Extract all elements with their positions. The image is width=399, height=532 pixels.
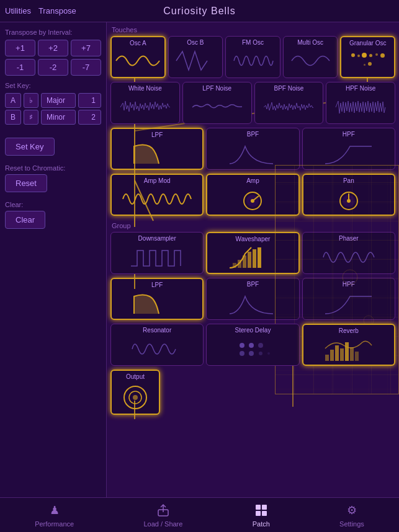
performance-icon: ♟ xyxy=(47,502,63,518)
interval-plus1[interactable]: +1 xyxy=(5,40,35,56)
module-granular-osc[interactable]: Granular Osc xyxy=(340,36,395,78)
module-lpf-noise[interactable]: LPF Noise xyxy=(182,82,252,124)
output-visual xyxy=(114,381,156,411)
nav-settings[interactable]: ⚙ Settings xyxy=(339,502,364,528)
key-row-2: B ♯ Minor 2 xyxy=(5,110,101,125)
module-amp-mod[interactable]: Amp Mod xyxy=(110,174,204,216)
svg-rect-49 xyxy=(262,511,267,516)
fm-osc-visual xyxy=(228,47,277,75)
svg-point-33 xyxy=(267,352,270,355)
effects-row: Resonator Stereo Delay xyxy=(107,322,399,368)
module-bpf-1[interactable]: BPF xyxy=(206,128,299,170)
hpf-1-label: HPF xyxy=(343,131,355,138)
lpf-1-visual xyxy=(114,140,200,166)
settings-label: Settings xyxy=(339,520,364,528)
svg-point-29 xyxy=(258,343,263,348)
touches-row-2: White Noise LPF Noise BPF Noise xyxy=(107,81,399,126)
svg-rect-18 xyxy=(233,263,236,268)
stereo-delay-label: Stereo Delay xyxy=(235,327,271,334)
touches-row-1: Osc A Osc B FM Osc xyxy=(107,35,399,81)
output-label: Output xyxy=(126,373,145,380)
osc-a-label: Osc A xyxy=(130,40,146,47)
hpf-1-visual xyxy=(305,139,392,167)
header-nav-left[interactable]: Utilities Transpose xyxy=(5,6,76,16)
amp-label: Amp xyxy=(246,177,259,184)
interval-minus1[interactable]: -1 xyxy=(5,59,35,76)
utilities-link[interactable]: Utilities xyxy=(5,6,31,16)
module-white-noise[interactable]: White Noise xyxy=(110,82,180,124)
module-stereo-delay[interactable]: Stereo Delay xyxy=(206,324,299,366)
osc-b-label: Osc B xyxy=(187,39,204,46)
svg-rect-38 xyxy=(345,342,349,361)
key-num-1[interactable]: 1 xyxy=(78,93,101,108)
module-osc-a[interactable]: Osc A xyxy=(110,36,166,78)
module-output[interactable]: Output xyxy=(110,370,160,415)
module-hpf-noise[interactable]: HPF Noise xyxy=(326,82,395,124)
key-scale-minor[interactable]: Minor xyxy=(41,110,76,125)
bpf-2-label: BPF xyxy=(247,281,259,288)
set-key-label: Set Key: xyxy=(5,82,101,89)
module-fm-osc[interactable]: FM Osc xyxy=(225,36,280,78)
module-bpf-noise[interactable]: BPF Noise xyxy=(254,82,324,124)
key-note-b[interactable]: B xyxy=(5,110,21,125)
module-resonator[interactable]: Resonator xyxy=(110,324,204,366)
bpf-1-visual xyxy=(209,139,296,167)
key-num-2[interactable]: 2 xyxy=(78,110,101,125)
svg-rect-37 xyxy=(340,348,344,361)
nav-patch[interactable]: Patch xyxy=(253,502,270,528)
key-sharp-b[interactable]: ♯ xyxy=(24,110,38,125)
bottom-nav: ♟ Performance Load / Share Patch ⚙ Setti… xyxy=(0,497,399,532)
resonator-visual xyxy=(114,335,200,363)
sidebar: Transpose by Interval: +1 +2 +7 -1 -2 -7… xyxy=(0,22,107,507)
module-reverb[interactable]: Reverb xyxy=(302,324,395,366)
key-sharp-a[interactable]: ♭ xyxy=(24,93,38,108)
white-noise-label: White Noise xyxy=(128,85,162,92)
interval-plus2[interactable]: +2 xyxy=(38,40,68,56)
multi-osc-label: Multi Osc xyxy=(297,39,323,46)
key-scale-major[interactable]: Major xyxy=(41,93,76,108)
nav-load-share[interactable]: Load / Share xyxy=(143,502,182,528)
clear-button[interactable]: Clear xyxy=(5,211,45,229)
hpf-noise-label: HPF Noise xyxy=(346,85,375,92)
svg-rect-36 xyxy=(335,345,339,361)
touches-section-label: Touches xyxy=(107,22,399,35)
interval-buttons-grid: +1 +2 +7 -1 -2 -7 xyxy=(5,40,101,76)
svg-point-13 xyxy=(251,199,254,203)
stereo-delay-visual xyxy=(209,335,296,363)
hpf-noise-visual xyxy=(329,93,392,121)
svg-rect-34 xyxy=(325,355,329,361)
lpf-noise-label: LPF Noise xyxy=(202,85,231,92)
patch-icon xyxy=(253,502,269,518)
svg-rect-39 xyxy=(350,347,354,361)
svg-point-28 xyxy=(249,343,254,348)
lpf-1-label: LPF xyxy=(151,131,163,138)
module-osc-b[interactable]: Osc B xyxy=(168,36,223,78)
key-note-a[interactable]: A xyxy=(5,93,21,108)
transpose-label: Transpose by Interval: xyxy=(5,29,101,36)
resonator-label: Resonator xyxy=(143,327,171,334)
svg-rect-46 xyxy=(256,505,261,510)
module-lpf-2[interactable]: LPF xyxy=(110,278,204,320)
svg-rect-19 xyxy=(238,260,241,268)
module-multi-osc[interactable]: Multi Osc xyxy=(283,36,338,78)
main-content: Touches Osc A Osc B FM Osc xyxy=(107,22,399,507)
downsampler-label: Downsampler xyxy=(138,235,176,242)
interval-minus7[interactable]: -7 xyxy=(71,59,101,76)
reverb-label: Reverb xyxy=(339,327,359,334)
module-lpf-1[interactable]: LPF xyxy=(110,128,204,170)
waveshaper-label: Waveshaper xyxy=(236,236,271,242)
reset-label: Reset to Chromatic: xyxy=(5,164,101,172)
nav-performance[interactable]: ♟ Performance xyxy=(35,502,74,528)
granular-osc-label: Granular Osc xyxy=(349,40,386,47)
bpf-noise-visual xyxy=(258,93,321,121)
module-hpf-1[interactable]: HPF xyxy=(302,128,395,170)
multi-osc-visual xyxy=(286,47,335,75)
set-key-button[interactable]: Set Key xyxy=(5,138,55,156)
patch-label: Patch xyxy=(253,520,270,528)
reset-button[interactable]: Reset xyxy=(5,174,47,192)
interval-plus7[interactable]: +7 xyxy=(71,40,101,56)
module-downsampler[interactable]: Downsampler xyxy=(110,232,204,274)
transpose-link[interactable]: Transpose xyxy=(38,6,76,16)
svg-rect-23 xyxy=(258,247,261,268)
interval-minus2[interactable]: -2 xyxy=(38,59,68,76)
